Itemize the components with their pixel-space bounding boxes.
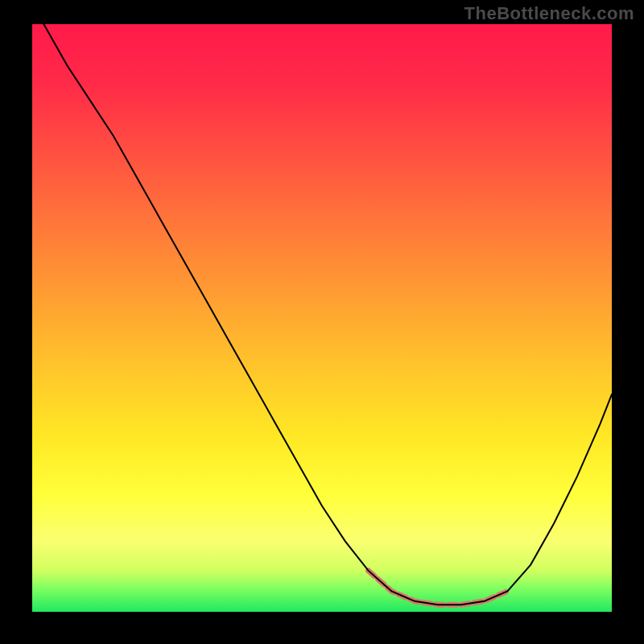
gradient-background (32, 24, 612, 612)
watermark-text: TheBottleneck.com (464, 3, 634, 24)
chart-container: TheBottleneck.com (0, 0, 644, 644)
plot-area (32, 24, 612, 612)
chart-svg (32, 24, 612, 612)
